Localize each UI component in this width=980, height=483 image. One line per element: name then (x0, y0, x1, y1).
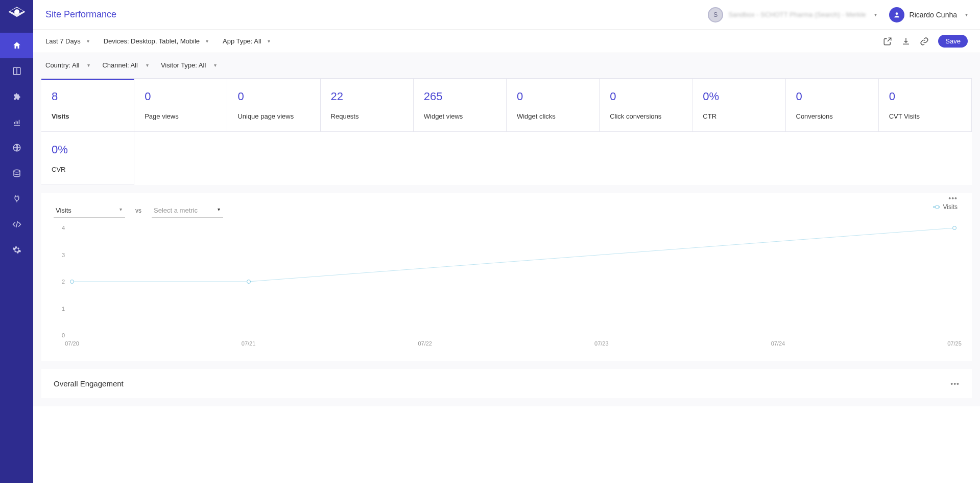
metric-label: CVR (52, 166, 124, 173)
metrics-grid: 8Visits0Page views0Unique page views22Re… (41, 78, 972, 185)
chart-svg (72, 228, 954, 335)
svg-point-0 (14, 9, 19, 14)
chevron-down-icon: ▾ (119, 206, 122, 212)
chevron-down-icon: ▾ (874, 12, 877, 17)
metric-value: 0 (796, 90, 868, 103)
secondary-filters: Country: All▾ Channel: All▾ Visitor Type… (33, 53, 980, 78)
channel-filter[interactable]: Channel: All▾ (102, 61, 148, 69)
sidebar (0, 0, 33, 483)
user-name: Ricardo Cunha (910, 11, 957, 19)
chevron-down-icon: ▾ (146, 62, 149, 68)
country-filter[interactable]: Country: All▾ (45, 61, 90, 69)
chevron-down-icon: ▾ (87, 38, 89, 44)
nav-code-icon[interactable] (0, 212, 33, 237)
org-selector[interactable]: S Sandbox - SCHOTT Pharma (Search) - Mer… (704, 5, 880, 25)
x-tick: 07/24 (771, 340, 785, 347)
nav-gear-icon[interactable] (0, 237, 33, 263)
chart-point (247, 280, 251, 284)
date-range-filter[interactable]: Last 7 Days▾ (45, 37, 89, 45)
legend-swatch-icon (933, 206, 940, 208)
chevron-down-icon: ▾ (965, 12, 968, 17)
metric-label: Conversions (796, 112, 868, 120)
share-icon[interactable] (883, 37, 892, 46)
metric-value: 0 (237, 90, 309, 103)
svg-point-4 (14, 170, 20, 172)
metric-card[interactable]: 0Conversions (786, 79, 879, 132)
metric-label: Click conversions (610, 112, 682, 120)
page-title: Site Performance (45, 9, 116, 20)
link-icon[interactable] (920, 37, 929, 46)
save-button[interactable]: Save (938, 35, 968, 48)
metric-card[interactable]: 8Visits (41, 79, 134, 132)
user-avatar-icon (889, 7, 904, 22)
metric-value: 0% (52, 143, 124, 156)
metric-value: 0 (145, 90, 217, 103)
y-tick: 0 (62, 332, 65, 338)
metric-value: 8 (52, 90, 124, 103)
app-logo (7, 5, 27, 26)
metric-value: 0 (889, 90, 961, 103)
nav-database-icon[interactable] (0, 160, 33, 186)
metric-label: Unique page views (237, 112, 309, 120)
chevron-down-icon: ▾ (268, 38, 270, 44)
x-tick: 07/21 (242, 340, 256, 347)
chart-metric2-select[interactable]: Select a metric▾ (152, 203, 223, 218)
metric-card[interactable]: 0Unique page views (227, 79, 320, 132)
topbar: Site Performance S Sandbox - SCHOTT Phar… (33, 0, 980, 30)
metric-card[interactable]: 265Widget views (414, 79, 507, 132)
chevron-down-icon: ▾ (218, 206, 220, 212)
svg-point-5 (895, 12, 898, 15)
metric-label: Widget views (424, 112, 496, 120)
metric-card[interactable]: 0Widget clicks (507, 79, 600, 132)
toolbar: Last 7 Days▾ Devices: Desktop, Tablet, M… (33, 30, 980, 53)
metric-value: 265 (424, 90, 496, 103)
chart-legend: Visits (933, 203, 958, 211)
x-tick: 07/22 (418, 340, 432, 347)
nav-puzzle-icon[interactable] (0, 84, 33, 109)
metric-card[interactable]: 0CVT Visits (879, 79, 972, 132)
metric-card[interactable]: 0%CVR (41, 132, 134, 185)
chart-metric1-select[interactable]: Visits▾ (54, 203, 125, 218)
metric-label: Visits (52, 112, 124, 120)
x-tick: 07/20 (65, 340, 79, 347)
nav-layout-icon[interactable] (0, 58, 33, 84)
nav-home-icon[interactable] (0, 33, 33, 58)
org-name: Sandbox - SCHOTT Pharma (Search) - Merkl… (728, 11, 866, 18)
chart-menu-icon[interactable]: ••• (948, 194, 958, 202)
nav-chart-icon[interactable] (0, 109, 33, 135)
x-tick: 07/23 (594, 340, 609, 347)
x-tick: 07/25 (947, 340, 962, 347)
y-tick: 4 (62, 225, 65, 231)
section-menu-icon[interactable]: ••• (950, 380, 960, 388)
chevron-down-icon: ▾ (87, 62, 90, 68)
nav-globe-icon[interactable] (0, 135, 33, 160)
apptype-filter[interactable]: App Type: All▾ (223, 37, 270, 45)
vs-label: vs (135, 207, 141, 214)
metric-card[interactable]: 22Requests (321, 79, 414, 132)
user-menu[interactable]: Ricardo Cunha ▾ (889, 7, 968, 22)
metric-label: Widget clicks (517, 112, 589, 120)
chart-point (70, 280, 74, 284)
chart-section: ••• Visits▾ vs Select a metric▾ Visits 0… (41, 193, 972, 361)
metric-label: CTR (703, 112, 775, 120)
engagement-section: Overall Engagement ••• (41, 369, 972, 398)
metric-value: 22 (331, 90, 403, 103)
metric-card[interactable]: 0Click conversions (600, 79, 692, 132)
chevron-down-icon: ▾ (206, 38, 208, 44)
chart-area: 01234 07/2007/2107/2207/2307/2407/25 (54, 228, 960, 351)
download-icon[interactable] (901, 37, 911, 46)
chevron-down-icon: ▾ (214, 62, 217, 68)
devices-filter[interactable]: Devices: Desktop, Tablet, Mobile▾ (104, 37, 208, 45)
nav-plug-icon[interactable] (0, 186, 33, 212)
engagement-title: Overall Engagement (54, 379, 124, 388)
metric-card[interactable]: 0%CTR (692, 79, 785, 132)
metric-label: Requests (331, 112, 403, 120)
visitor-type-filter[interactable]: Visitor Type: All▾ (161, 61, 217, 69)
metric-value: 0 (517, 90, 589, 103)
y-tick: 1 (62, 306, 65, 312)
metric-card[interactable]: 0Page views (134, 79, 227, 132)
metric-value: 0% (703, 90, 775, 103)
metric-label: Page views (145, 112, 217, 120)
metric-value: 0 (610, 90, 682, 103)
legend-label: Visits (943, 203, 958, 211)
